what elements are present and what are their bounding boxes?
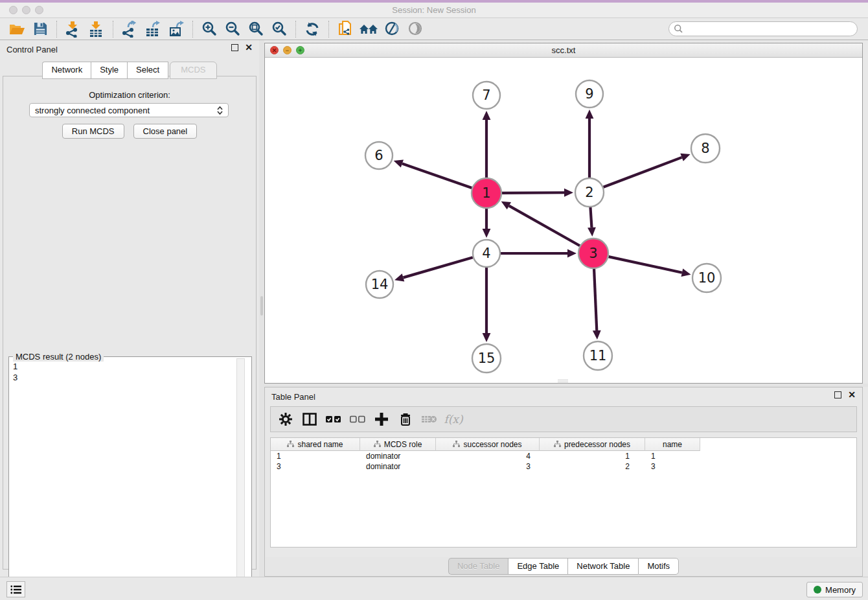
zoom-out-icon[interactable] [221,19,244,39]
column-header-shared-name[interactable]: shared name [271,438,360,451]
zoom-selected-icon[interactable] [268,19,291,39]
export-network-icon[interactable] [118,19,141,39]
function-builder-icon[interactable]: f(x) [444,410,463,428]
zoom-in-icon[interactable] [198,19,221,39]
graph-node-14[interactable]: 14 [366,271,393,298]
float-table-panel-icon[interactable] [834,391,841,398]
result-scrollbar[interactable] [236,358,245,599]
graph-node-label: 14 [371,277,389,292]
select-all-icon[interactable] [324,410,343,428]
show-columns-icon[interactable] [300,410,319,428]
edge-arrowhead [681,268,691,277]
graph-edge-2-3[interactable] [588,207,596,237]
graph-edge-1-6[interactable] [394,159,472,188]
graph-node-label: 2 [585,185,593,200]
delete-table-icon[interactable] [420,410,439,428]
table-row[interactable]: 1dominator411 [271,451,856,461]
refresh-layout-icon[interactable] [301,19,324,39]
memory-status-icon [814,586,821,594]
toolbar-separator [192,21,193,38]
node-table[interactable]: shared nameMCDS rolesuccessor nodesprede… [270,437,857,548]
graph-node-11[interactable]: 11 [584,341,612,370]
graph-node-1[interactable]: 1 [472,178,501,208]
graph-node-4[interactable]: 4 [473,240,500,267]
close-panel-button[interactable]: Close panel [133,124,198,139]
float-panel-icon[interactable] [231,44,238,51]
open-session-icon[interactable] [5,19,29,39]
mcds-result-box: MCDS result (2 nodes) 13 [8,356,252,600]
add-column-icon[interactable] [372,410,391,428]
canvas-resize-grip[interactable] [558,380,568,382]
close-table-panel-icon[interactable]: ✕ [848,391,856,398]
zoom-fit-icon[interactable] [244,19,268,39]
toolbar-separator [56,21,57,38]
app-titlebar: Session: New Session [0,3,868,18]
graph-edge-2-8[interactable] [604,154,691,187]
import-network-icon[interactable] [62,19,85,39]
status-bar: Memory [0,577,868,600]
deselect-all-icon[interactable] [348,410,367,428]
export-table-icon[interactable] [141,19,165,39]
graph-node-9[interactable]: 9 [576,80,603,108]
graph-edge-4-15[interactable] [483,268,491,342]
style-preview-icon[interactable] [380,19,404,39]
run-mcds-button[interactable]: Run MCDS [62,124,124,139]
graph-node-3[interactable]: 3 [578,238,608,268]
column-header-successor-nodes[interactable]: successor nodes [436,438,540,451]
delete-column-icon[interactable] [396,410,415,428]
graph-node-15[interactable]: 15 [472,344,501,373]
graph-edge-1-2[interactable] [502,189,573,197]
column-header-predecessor-nodes[interactable]: predecessor nodes [540,438,645,451]
tab-select[interactable]: Select [127,62,168,79]
tab-network[interactable]: Network [42,62,91,79]
column-header-MCDS-role[interactable]: MCDS role [360,438,436,451]
search-input[interactable] [686,25,848,34]
network-window-titlebar[interactable]: ✕ − + scc.txt [265,43,862,58]
tab-style[interactable]: Style [91,62,127,79]
column-header-name[interactable]: name [645,438,700,451]
tab-mcds[interactable]: MCDS [170,62,216,79]
graph-node-7[interactable]: 7 [473,82,500,109]
graph-node-10[interactable]: 10 [692,264,721,292]
toolbar-search[interactable] [668,21,858,36]
graph-edge-3-10[interactable] [608,257,691,277]
network-window-title: scc.txt [265,45,862,55]
graph-node-label: 3 [589,246,597,261]
memory-button[interactable]: Memory [806,582,863,597]
graph-node-6[interactable]: 6 [365,142,393,169]
main-toolbar [0,18,868,40]
close-panel-icon[interactable]: ✕ [245,44,253,51]
graph-edge-2-9[interactable] [586,110,594,178]
tab-motifs[interactable]: Motifs [638,558,679,575]
graph-node-8[interactable]: 8 [691,134,720,163]
graph-node-label: 8 [701,141,709,156]
table-panel: Table Panel ✕ [264,387,863,577]
export-image-icon[interactable] [165,19,188,39]
network-canvas[interactable]: 7968124314101511 [265,58,862,383]
edge-arrowhead [586,110,594,119]
graph-edge-1-4[interactable] [483,209,491,238]
table-row[interactable]: 3dominator323 [271,461,856,472]
import-table-icon[interactable] [85,19,108,39]
graph-edge-4-3[interactable] [501,249,577,258]
task-history-button[interactable] [6,581,25,597]
panel-splitter[interactable] [259,40,264,577]
optimization-criterion-select[interactable]: strongly connected component [29,103,229,117]
tab-edge-table[interactable]: Edge Table [508,558,567,575]
mcds-result-line: 1 [13,361,17,372]
graph-edge-3-11[interactable] [593,269,601,340]
graph-edge-1-7[interactable] [483,111,491,178]
toolbar-separator [295,21,296,38]
splitter-grip[interactable] [260,296,263,316]
save-session-icon[interactable] [29,19,52,39]
clone-network-icon[interactable] [334,19,357,39]
graph-edge-3-1[interactable] [501,202,580,246]
table-settings-icon[interactable] [276,410,295,428]
tab-network-table[interactable]: Network Table [567,558,638,575]
ndex-home-icon[interactable] [357,19,380,39]
show-graphics-icon[interactable] [404,19,427,39]
app-window-title: Session: New Session [0,5,868,15]
graph-node-2[interactable]: 2 [575,178,604,207]
tab-node-table[interactable]: Node Table [448,558,508,575]
graph-edge-4-14[interactable] [394,257,473,281]
